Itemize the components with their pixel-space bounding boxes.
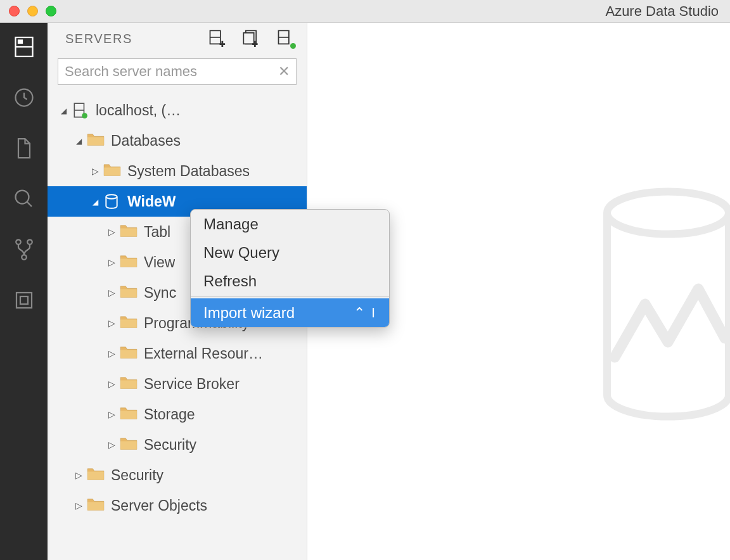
twisty-icon[interactable]	[91, 196, 99, 207]
twisty-icon[interactable]	[107, 440, 116, 450]
folder-icon	[120, 375, 138, 393]
folder-icon	[120, 436, 138, 454]
folder-icon	[87, 132, 105, 150]
twisty-icon[interactable]	[107, 409, 116, 419]
activity-bar	[0, 23, 48, 560]
explorer-icon[interactable]	[11, 136, 37, 161]
twisty-icon[interactable]	[107, 288, 116, 298]
menu-item[interactable]: Import wizard⌃ I	[191, 298, 389, 327]
svg-point-4	[15, 191, 29, 204]
tree-item-label: Databases	[111, 132, 181, 150]
tree-item-label: Server Objects	[111, 497, 207, 514]
zoom-window-button[interactable]	[46, 6, 56, 16]
folder-icon	[120, 405, 138, 423]
twisty-icon[interactable]	[107, 257, 116, 267]
server-icon	[72, 101, 89, 119]
task-history-icon[interactable]	[11, 85, 37, 110]
database-icon	[103, 193, 121, 210]
tree-item[interactable]: System Databases	[48, 156, 307, 186]
tree-item-label: Security	[111, 467, 163, 484]
folder-icon	[103, 162, 121, 180]
tree-item[interactable]: localhost, (…	[48, 95, 307, 125]
folder-icon	[120, 284, 138, 302]
menu-item-shortcut: ⌃ I	[354, 305, 376, 321]
active-connections-icon[interactable]	[276, 29, 295, 48]
tree-item[interactable]: Security	[48, 460, 307, 490]
new-server-group-icon[interactable]: +	[242, 29, 261, 48]
tree-item[interactable]: Databases	[48, 125, 307, 156]
twisty-icon[interactable]	[91, 166, 99, 176]
tree-item-label: Storage	[144, 406, 195, 423]
minimize-window-button[interactable]	[27, 6, 38, 16]
folder-icon	[120, 253, 138, 271]
sidebar-title: SERVERS	[65, 32, 200, 46]
search-icon[interactable]	[11, 186, 37, 212]
menu-item-label: Manage	[203, 215, 376, 233]
svg-line-5	[27, 202, 32, 207]
folder-icon	[120, 345, 138, 362]
twisty-icon[interactable]	[74, 500, 83, 511]
menu-item-label: Refresh	[203, 272, 376, 290]
menu-separator	[191, 296, 389, 297]
watermark-icon	[584, 180, 730, 459]
close-window-button[interactable]	[9, 6, 20, 16]
twisty-icon[interactable]	[107, 379, 116, 389]
folder-icon	[120, 314, 138, 332]
twisty-icon[interactable]	[74, 136, 83, 146]
window-title: Azure Data Studio	[605, 3, 719, 20]
menu-item[interactable]: Manage	[191, 210, 389, 238]
tree-item[interactable]: Security	[48, 430, 307, 460]
search-box[interactable]: ✕	[58, 58, 297, 85]
tree-item[interactable]: Server Objects	[48, 490, 307, 521]
folder-icon	[87, 497, 105, 514]
svg-rect-1	[18, 41, 22, 44]
folder-icon	[120, 223, 138, 241]
svg-point-7	[27, 239, 32, 245]
servers-panel-icon[interactable]	[11, 34, 37, 60]
tree-item[interactable]: Storage	[48, 399, 307, 430]
clear-search-icon[interactable]: ✕	[278, 63, 290, 80]
twisty-icon[interactable]	[107, 227, 116, 237]
tree-item-label: localhost, (…	[96, 102, 181, 119]
source-control-icon[interactable]	[11, 237, 37, 262]
tree-item-label: View	[144, 254, 175, 271]
svg-point-6	[16, 239, 21, 245]
menu-item-label: Import wizard	[203, 304, 354, 322]
svg-rect-10	[20, 296, 28, 304]
tree-item[interactable]: External Resour…	[48, 338, 307, 369]
menu-item-label: New Query	[203, 244, 376, 262]
tree-item-label: System Databases	[127, 163, 250, 180]
tree-item-label: Tabl	[144, 224, 170, 241]
tree-item-label: Sync	[144, 284, 176, 302]
menu-item[interactable]: New Query	[191, 238, 389, 267]
extensions-icon[interactable]	[11, 288, 37, 313]
tree-item[interactable]: Service Broker	[48, 369, 307, 399]
twisty-icon[interactable]	[74, 470, 83, 480]
tree-item-label: Service Broker	[144, 376, 240, 393]
menu-item[interactable]: Refresh	[191, 267, 389, 295]
tree-item-label: External Resour…	[144, 345, 263, 362]
twisty-icon[interactable]	[59, 105, 68, 115]
tree-item-label: Security	[144, 436, 196, 454]
folder-icon	[87, 466, 105, 484]
svg-point-19	[607, 191, 729, 234]
svg-point-8	[22, 255, 27, 260]
new-connection-icon[interactable]: +	[208, 29, 227, 48]
sidebar-actions: + +	[208, 29, 295, 48]
titlebar: Azure Data Studio	[0, 0, 730, 23]
twisty-icon[interactable]	[107, 318, 116, 328]
svg-text:+: +	[252, 39, 257, 47]
sidebar-header: SERVERS + +	[48, 23, 307, 53]
search-input[interactable]	[65, 63, 278, 80]
tree-item-label: WideW	[127, 193, 176, 210]
window-controls	[0, 6, 56, 16]
svg-rect-9	[16, 293, 32, 308]
context-menu[interactable]: ManageNew QueryRefreshImport wizard⌃ I	[190, 209, 390, 328]
svg-text:+: +	[220, 39, 225, 47]
twisty-icon[interactable]	[107, 348, 116, 359]
